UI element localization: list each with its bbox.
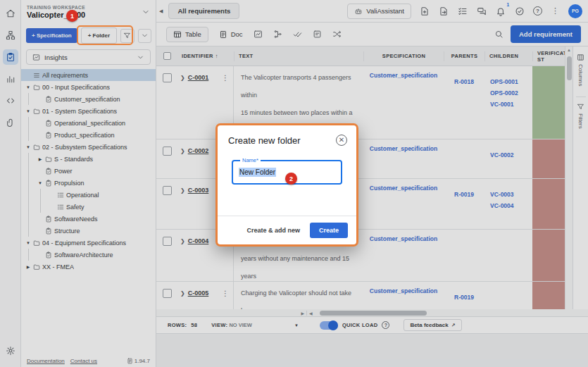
clip-icon[interactable] [3,115,18,130]
insights-bar[interactable]: Insights [26,49,151,65]
filters-tab[interactable]: Filters [577,100,584,136]
workspace-header[interactable]: TRAINING WORKSPACE Valicopter_5000 [21,0,156,22]
insights-view-button[interactable] [254,30,263,39]
requirement-id-link[interactable]: C-0002 [188,147,209,156]
chart-icon[interactable] [3,71,18,87]
caret-down-icon[interactable]: ▼ [37,181,44,185]
add-folder-button[interactable]: + Folder [81,27,117,44]
parent-link[interactable]: R-0019 [444,292,484,303]
tree-item-xx-fmea[interactable]: ▶XX - FMEA [21,261,156,273]
tree-item-product-specification[interactable]: Product_specification [21,129,156,141]
view-table-button[interactable]: Table [166,27,208,42]
create-add-new-button[interactable]: Create & add new [246,227,300,234]
tree-item-01-system-specifications[interactable]: ▼01 - System Specifications [21,105,156,117]
more-options-icon[interactable]: ⋮ [550,6,561,15]
specification-link[interactable]: Customer_specification [363,233,444,244]
add-specification-button[interactable]: + Specification [26,28,77,43]
tasks-button[interactable] [457,6,468,17]
specification-link[interactable]: Customer_specification [363,285,444,297]
tree-item-softwarearchitecture[interactable]: SoftwareArchitecture [21,249,156,261]
tree-item-structure[interactable]: Structure [21,225,156,237]
row-checkbox[interactable] [163,289,172,298]
row-menu-icon[interactable]: ⋮ [222,73,229,82]
expand-row-icon[interactable]: ❯ [180,289,185,298]
comments-button[interactable] [476,6,487,17]
row-checkbox[interactable] [163,237,172,246]
help-button[interactable]: ? [533,6,542,15]
parent-link[interactable]: R-0018 [444,76,484,87]
quick-load-help-icon[interactable]: ? [382,321,389,329]
select-all-checkbox[interactable] [163,52,171,60]
view-dropdown[interactable]: VIEW: NO VIEW ▼ [211,322,299,328]
requirement-text[interactable]: Charging the Valicopter should not take … [234,282,363,309]
caret-down-icon[interactable]: ▼ [25,109,32,113]
child-link[interactable]: OPS-0002 [490,87,532,99]
add-requirement-button[interactable]: Add requirement [511,25,581,43]
vertical-scrollbar[interactable]: ▲ [565,46,573,309]
card-view-button[interactable] [313,30,322,39]
quick-load-toggle[interactable] [320,321,338,330]
avatar[interactable]: PG [568,4,582,18]
child-link[interactable]: VC-0004 [490,200,532,211]
create-button[interactable]: Create [310,223,348,238]
tree-item-propulsion[interactable]: ▼Propulsion [21,177,156,189]
name-field-value[interactable]: New Folder [239,168,276,177]
tree-item-power[interactable]: Power [21,165,156,177]
notifications-button[interactable]: 1 [495,6,506,17]
header-specification[interactable]: SPECIFICATION [363,51,444,61]
expand-row-icon[interactable]: ❯ [180,147,185,156]
horizontal-scrollbar[interactable]: ▶ ◀ [156,309,588,317]
child-link[interactable]: VC-0002 [490,149,532,161]
tab-all-requirements[interactable]: All requirements [168,3,239,19]
header-identifier[interactable]: IDENTIFIER↑ [177,51,234,61]
export-button[interactable] [438,6,449,17]
tree-item-04-equipment-specifications[interactable]: ▼04 - Equipment Specifications [21,237,156,249]
search-button[interactable] [494,30,503,39]
main-pane-scrollbar[interactable]: ◀ [307,311,588,316]
hierarchy-view-button[interactable] [273,30,282,39]
tree-item-all-requirements[interactable]: All requirements [21,69,156,81]
header-parents[interactable]: PARENTS [444,51,484,61]
requirement-id-link[interactable]: C-0001 [188,73,209,82]
caret-right-icon[interactable]: ▶ [37,156,44,161]
caret-down-icon[interactable]: ▼ [25,241,32,245]
tree-item-customer-specification[interactable]: Customer_specification [21,93,156,105]
import-button[interactable] [419,6,430,17]
frozen-pane-scrollbar[interactable]: ▶ [156,311,307,316]
collapse-panel-icon[interactable]: ◀ [159,8,163,14]
row-checkbox[interactable] [163,147,172,156]
home-icon[interactable] [3,6,18,21]
requirement-id-link[interactable]: C-0003 [188,186,209,195]
expand-row-icon[interactable]: ❯ [180,186,185,195]
caret-right-icon[interactable]: ▶ [25,264,32,269]
header-verification[interactable]: VERIFICATION ST [532,51,565,61]
child-link[interactable]: VC-0001 [490,99,532,110]
tree-item-safety[interactable]: Safety [21,201,156,213]
caret-down-icon[interactable]: ▼ [25,85,32,89]
status-button[interactable] [514,6,525,17]
tree-item-s-standards[interactable]: ▶S - Standards [21,153,156,165]
sitemap-icon[interactable] [3,27,18,43]
beta-feedback-button[interactable]: Beta feedback ↗ [404,319,461,331]
header-children[interactable]: CHILDREN [484,51,532,61]
code-icon[interactable] [3,93,18,108]
tree-collapse-button[interactable] [138,29,151,43]
parent-link[interactable]: R-0019 [444,189,484,200]
tree-item-02-subsystem-specifications[interactable]: ▼02 - Subsystem Specifications [21,141,156,153]
verify-button[interactable] [293,30,302,39]
row-menu-icon[interactable]: ⋮ [222,289,229,298]
valiassistant-button[interactable]: ValiAssistant [347,4,411,19]
row-checkbox[interactable] [163,73,172,82]
scroll-up-icon[interactable]: ▲ [565,48,573,52]
view-doc-button[interactable]: Doc [219,30,243,39]
specification-link[interactable]: Customer_specification [363,70,444,81]
child-link[interactable]: VC-0003 [490,189,532,200]
child-link[interactable]: OPS-0001 [490,76,532,87]
chevron-down-icon[interactable] [142,8,150,16]
gear-icon[interactable] [3,343,18,359]
requirement-id-link[interactable]: C-0004 [188,237,209,246]
row-checkbox[interactable] [163,186,172,195]
header-text[interactable]: TEXT [234,51,363,61]
clipboard-icon[interactable] [3,49,18,65]
close-icon[interactable]: ✕ [336,135,347,146]
